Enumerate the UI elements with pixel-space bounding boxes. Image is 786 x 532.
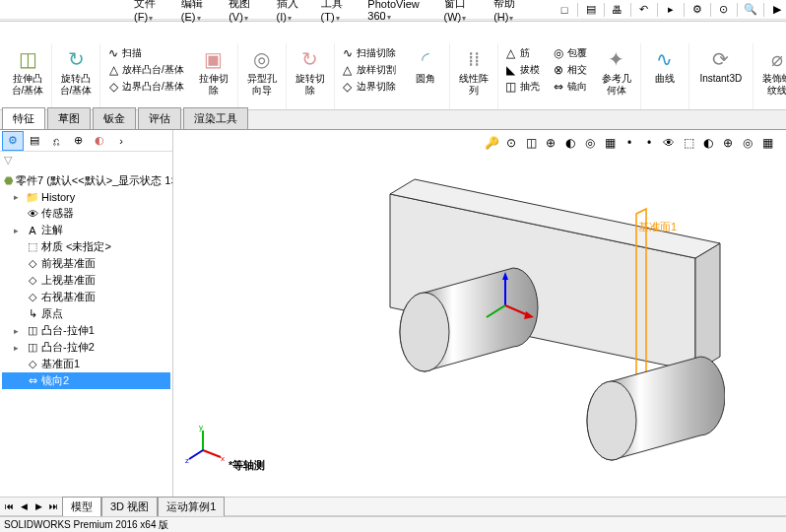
curves-button[interactable]: ∿ 曲线 xyxy=(645,45,685,87)
feature-icon: ⬚ xyxy=(26,240,39,254)
tab-prev-icon[interactable]: ◀ xyxy=(17,499,31,513)
filter-box[interactable]: ▽ xyxy=(0,152,172,168)
tab-features[interactable]: 特征 xyxy=(2,107,45,129)
tab-next-icon[interactable]: ▶ xyxy=(32,499,45,513)
tree-item[interactable]: ▸A注解 xyxy=(2,222,170,238)
status-text: SOLIDWORKS Premium 2016 x64 版 xyxy=(4,518,168,532)
graphics-viewport[interactable]: 🔑 ⊙ ◫ ⊕ ◐ ◎ ▦ • • 👁 ⬚ ◐ ⊕ ◎ ▦ xyxy=(173,130,786,512)
tab-3dview[interactable]: 3D 视图 xyxy=(101,497,158,517)
tree-item[interactable]: ◇右视基准面 xyxy=(2,289,170,305)
fm-tab-tree[interactable]: ⚙ xyxy=(2,131,24,151)
revolve-boss-button[interactable]: ↻ 旋转凸 台/基体 xyxy=(56,45,96,99)
tree-item[interactable]: ▸◫凸台-拉伸1 xyxy=(2,322,170,339)
menu-photoview[interactable]: PhotoView 360▾ xyxy=(361,0,433,24)
sweep-cut-button[interactable]: ∿扫描切除 xyxy=(339,45,398,61)
menu-window[interactable]: 窗口(W)▾ xyxy=(438,0,485,25)
options-icon[interactable]: ⚙ xyxy=(688,1,706,19)
tree-item[interactable]: ◇前视基准面 xyxy=(2,255,170,272)
menu-help[interactable]: 帮助(H)▾ xyxy=(488,0,532,25)
appearance-icon[interactable]: ⊙ xyxy=(715,1,733,19)
ribbon-group: ∿扫描切除 △放样切割 ◇边界切除 xyxy=(335,43,402,109)
menu-bar: 文件(F)▾ 编辑(E)▾ 视图(V)▾ 插入(I)▾ 工具(T)▾ Photo… xyxy=(0,0,786,20)
tree-item[interactable]: ⬚材质 <未指定> xyxy=(2,238,170,255)
tab-motion-study[interactable]: 运动算例1 xyxy=(158,497,225,517)
reference-geometry-button[interactable]: ✦ 参考几 何体 xyxy=(597,45,636,99)
tree-item[interactable]: 👁传感器 xyxy=(2,205,170,222)
fm-tab-property[interactable]: ▤ xyxy=(24,131,45,151)
hole-wizard-button[interactable]: ◎ 异型孔 向导 xyxy=(242,45,282,99)
rib-button[interactable]: △筋 xyxy=(502,45,542,61)
fm-tab-dimxpert[interactable]: ⊕ xyxy=(67,131,89,151)
mirror-button[interactable]: ⇔镜向 xyxy=(550,79,589,95)
tab-evaluate[interactable]: 评估 xyxy=(138,107,181,129)
new-icon[interactable]: □ xyxy=(556,1,573,19)
tab-render[interactable]: 渲染工具 xyxy=(183,107,248,129)
fillet-button[interactable]: ◜ 圆角 xyxy=(406,45,445,87)
linear-pattern-button[interactable]: ⁞⁞ 线性阵 列 xyxy=(454,45,493,99)
menu-view[interactable]: 视图(V)▾ xyxy=(223,0,266,25)
viewport-icon[interactable]: ▦ xyxy=(758,134,776,152)
ribbon-group: ◜ 圆角 xyxy=(402,43,450,109)
select-icon[interactable]: ▸ xyxy=(662,1,680,19)
ribbon-group: ↻ 旋转凸 台/基体 xyxy=(52,43,100,109)
light-icon[interactable]: ◎ xyxy=(739,134,756,152)
search-icon[interactable]: 🔍 xyxy=(742,1,759,19)
menu-insert[interactable]: 插入(I)▾ xyxy=(271,0,311,25)
tab-model[interactable]: 模型 xyxy=(62,497,101,517)
sweep-button[interactable]: ∿扫描 xyxy=(104,45,186,61)
tab-first-icon[interactable]: ⏮ xyxy=(2,499,16,513)
ribbon-group: ∿扫描 △放样凸台/基体 ◇边界凸台/基体 xyxy=(100,43,190,109)
draft-button[interactable]: ◣拔模 xyxy=(502,62,542,78)
tree-label: 凸台-拉伸2 xyxy=(41,340,95,355)
wrap-button[interactable]: ◎包覆 xyxy=(550,45,589,61)
revolve-icon: ↻ xyxy=(64,47,88,71)
expand-icon[interactable]: ▸ xyxy=(14,326,24,336)
fm-tab-config[interactable]: ⎌ xyxy=(45,131,67,151)
fm-tab-more[interactable]: › xyxy=(110,131,132,151)
expand-icon[interactable]: ▸ xyxy=(14,226,24,235)
extrude-cut-button[interactable]: ▣ 拉伸切 除 xyxy=(194,45,233,99)
ribbon-group: ◎包覆 ⊗相交 ⇔镜向 xyxy=(546,43,593,109)
feature-icon: ◇ xyxy=(26,358,39,371)
tree-root[interactable]: ⬣ 零件7 (默认<<默认>_显示状态 1>) xyxy=(2,172,170,189)
orientation-triad[interactable]: y x z xyxy=(185,426,225,465)
boundary-cut-button[interactable]: ◇边界切除 xyxy=(339,79,398,95)
loft-cut-button[interactable]: △放样切割 xyxy=(339,62,398,78)
menu-edit[interactable]: 编辑(E)▾ xyxy=(175,0,219,25)
expand-icon[interactable]: ▸ xyxy=(14,343,24,353)
tree-item[interactable]: ▸📁History xyxy=(2,189,170,205)
cosmetic-thread-button[interactable]: ⌀ 装饰螺 纹线 xyxy=(757,45,786,99)
tab-last-icon[interactable]: ⏭ xyxy=(46,499,60,513)
loft-button[interactable]: △放样凸台/基体 xyxy=(104,62,186,78)
feature-icon: 👁 xyxy=(26,207,39,221)
ribbon-group: ✦ 参考几 何体 xyxy=(593,43,641,109)
fm-tab-display[interactable]: ◐ xyxy=(89,131,110,151)
tab-sheetmetal[interactable]: 钣金 xyxy=(93,107,136,129)
ribbon-group: ▣ 拉伸切 除 xyxy=(190,43,238,109)
tree-item[interactable]: ◇基准面1 xyxy=(2,356,170,372)
tab-sketch[interactable]: 草图 xyxy=(47,107,91,129)
print-icon[interactable]: 🖶 xyxy=(609,1,626,19)
tree-item[interactable]: ⇔镜向2 xyxy=(2,372,170,389)
tree-item[interactable]: ▸◫凸台-拉伸2 xyxy=(2,339,170,356)
revolve-cut-button[interactable]: ↻ 旋转切 除 xyxy=(291,45,330,99)
hole-icon: ◎ xyxy=(250,47,274,71)
run-icon[interactable]: ▶ xyxy=(768,1,786,19)
undo-icon[interactable]: ↶ xyxy=(635,1,653,19)
shell-button[interactable]: ◫抽壳 xyxy=(502,79,542,95)
loft-cut-icon: △ xyxy=(341,63,355,77)
mirror-icon: ⇔ xyxy=(552,80,565,94)
tree-item[interactable]: ↳原点 xyxy=(2,305,170,322)
instant3d-icon: ⟳ xyxy=(709,47,733,71)
menu-tools[interactable]: 工具(T)▾ xyxy=(315,0,359,25)
tree-item[interactable]: ◇上视基准面 xyxy=(2,272,170,289)
sweep-icon: ∿ xyxy=(106,46,120,60)
extrude-boss-button[interactable]: ◫ 拉伸凸 台/基体 xyxy=(8,45,47,99)
intersect-button[interactable]: ⊗相交 xyxy=(550,62,589,78)
menu-file[interactable]: 文件(F)▾ xyxy=(128,0,171,25)
instant3d-button[interactable]: ⟳ Instant3D xyxy=(693,45,749,87)
open-icon[interactable]: ▤ xyxy=(582,1,600,19)
expand-icon[interactable]: ▸ xyxy=(14,192,24,202)
boundary-button[interactable]: ◇边界凸台/基体 xyxy=(104,79,186,95)
tree-label: 材质 <未指定> xyxy=(41,239,111,254)
